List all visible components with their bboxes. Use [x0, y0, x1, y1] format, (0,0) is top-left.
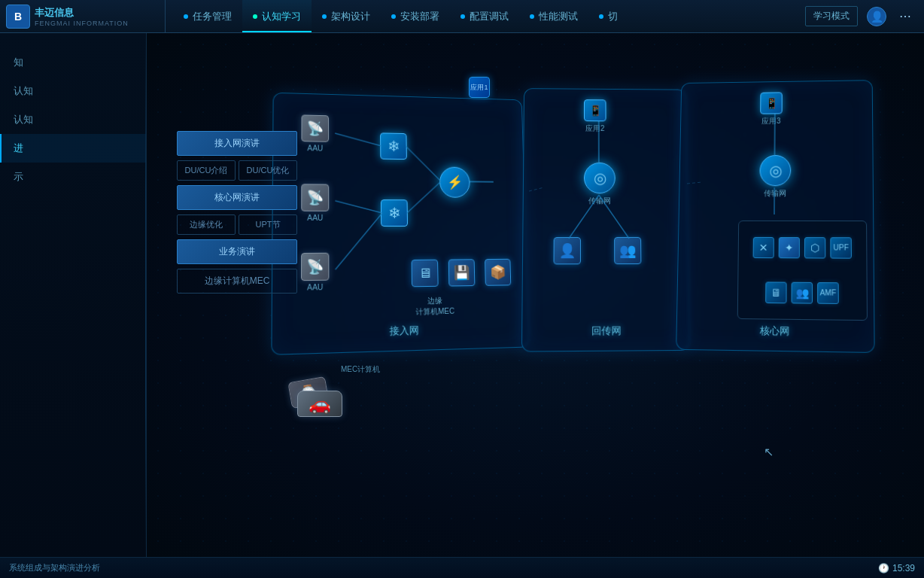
mec3-node: 📦	[485, 259, 511, 286]
cu-icon: ⚡	[439, 167, 470, 198]
app2-icon: 📱	[584, 99, 606, 121]
biz-lecture-btn[interactable]: 业务演讲	[177, 239, 297, 264]
aau1-icon: 📡	[301, 114, 329, 141]
device-car: ⌚ 🚗	[282, 379, 350, 417]
svg-line-4	[406, 181, 442, 214]
ue2-node: 👥	[614, 237, 641, 264]
user-avatar[interactable]: 👤	[867, 7, 886, 26]
du2-icon: ❄	[381, 199, 408, 227]
du1-node: ❄	[380, 132, 407, 160]
settings-icon[interactable]: ⋯	[895, 7, 915, 26]
core-func-1: ✕	[753, 236, 774, 257]
ducku-opt-btn[interactable]: DU/CU优化	[239, 160, 297, 181]
sidebar-item-renzhi2[interactable]: 认知	[0, 105, 146, 134]
nav-dot-cut	[599, 14, 603, 19]
aau1-node: 📡 AAU	[301, 114, 329, 152]
mec1-node: 🖥	[412, 260, 439, 287]
top-navigation: B 丰迈信息 FENGMAI INFORMATION 任务管理 认知学习 架构设…	[0, 0, 924, 33]
sidebar-item-shi[interactable]: 示	[0, 163, 146, 191]
app3-node: 📱 应用3	[760, 92, 783, 126]
status-right: 🕐 15:39	[878, 563, 915, 573]
core-func-7: AMF	[817, 281, 839, 303]
mec-device-area: MEC计算机	[341, 364, 380, 375]
network-diagram: 📡 AAU 📡 AAU 📡 AAU ❄ ❄ ⚡	[267, 71, 907, 462]
main-content: 接入网演讲 DU/CU介绍 DU/CU优化 核心网演讲 边缘优化 UPT节 业务…	[147, 33, 924, 557]
nav-dot-learn	[253, 14, 257, 19]
svg-line-1	[335, 201, 382, 213]
upt-btn[interactable]: UPT节	[239, 214, 297, 235]
sidebar-item-jin[interactable]: 进	[0, 134, 146, 163]
nav-install[interactable]: 安装部署	[381, 0, 450, 32]
core-func-4: UPF	[830, 237, 852, 258]
mec-btn[interactable]: 边缘计算机MEC	[177, 269, 297, 294]
status-bar: 系统组成与架构演进分析 🕐 15:39	[0, 557, 924, 578]
access-network-panel: 📡 AAU 📡 AAU 📡 AAU ❄ ❄ ⚡	[271, 93, 529, 355]
nav-dot-task	[184, 14, 188, 19]
sidebar-item-zhi[interactable]: 知	[0, 48, 146, 77]
nav-cut[interactable]: 切	[588, 0, 628, 32]
edge-row: 边缘优化 UPT节	[177, 214, 297, 235]
aau2-node: 📡 AAU	[301, 184, 329, 222]
company-name-en: FENGMAI INFORMATION	[35, 20, 129, 27]
sidebar-item-renzhi1[interactable]: 认知	[0, 77, 146, 105]
menu-panel: 接入网演讲 DU/CU介绍 DU/CU优化 核心网演讲 边缘优化 UPT节 业务…	[177, 131, 297, 298]
app2-node: 📱 应用2	[584, 99, 606, 134]
ducku-intro-btn[interactable]: DU/CU介绍	[177, 160, 236, 181]
logo-area: B 丰迈信息 FENGMAI INFORMATION	[0, 0, 166, 32]
access-panel-label: 接入网	[389, 324, 418, 339]
ducu-row: DU/CU介绍 DU/CU优化	[177, 160, 297, 181]
svg-line-0	[335, 133, 381, 146]
status-text: 系统组成与架构演进分析	[9, 562, 100, 573]
transport2-icon: ◎	[584, 163, 615, 193]
backhaul-network-panel: 📱 应用2 ◎ 传输网 👤 👥 回传网	[521, 88, 690, 351]
nav-arch[interactable]: 架构设计	[312, 0, 381, 32]
nav-dot-arch	[322, 14, 327, 19]
time-value: 15:39	[892, 563, 915, 573]
transport3-icon: ◎	[759, 155, 791, 187]
app3-icon: 📱	[760, 92, 783, 114]
nav-right: 学习模式 👤 ⋯	[805, 6, 924, 26]
nav-perf[interactable]: 性能测试	[519, 0, 588, 32]
mec-area-label: 边缘计算机MEC	[415, 296, 454, 318]
time-display: 🕐 15:39	[878, 563, 915, 573]
app1-badge: 应用1	[469, 77, 490, 98]
access-lecture-btn[interactable]: 接入网演讲	[177, 131, 297, 156]
du1-icon: ❄	[380, 132, 407, 160]
nav-items: 任务管理 认知学习 架构设计 安装部署 配置调试 性能测试 切	[166, 0, 805, 32]
company-name: 丰迈信息	[35, 6, 129, 20]
aau3-node: 📡 AAU	[301, 253, 329, 292]
core-panel-label: 核心网	[759, 324, 789, 339]
nav-learn[interactable]: 认知学习	[242, 0, 312, 32]
nav-dot-perf	[530, 14, 534, 19]
logo-icon: B	[6, 5, 30, 29]
core-func-5: 🖥	[765, 281, 786, 303]
ue2-icon: 👥	[614, 237, 641, 264]
core-functions-section: ✕ ✦ ⬡ UPF 🖥 👥 AMF	[737, 221, 868, 321]
svg-line-3	[406, 147, 441, 181]
sidebar-section: 知 认知 认知 进 示	[0, 48, 146, 191]
sidebar: 知 认知 认知 进 示	[0, 33, 147, 557]
backhaul-panel-label: 回传网	[591, 324, 622, 339]
car-icon: 🚗	[297, 391, 342, 417]
mec3-icon: 📦	[485, 259, 511, 286]
nav-dot-install	[391, 14, 396, 19]
edge-opt-btn[interactable]: 边缘优化	[177, 214, 236, 235]
du2-node: ❄	[381, 199, 408, 227]
mec2-node: 💾	[448, 259, 476, 286]
core-func-3: ⬡	[804, 237, 825, 258]
nav-task[interactable]: 任务管理	[173, 0, 242, 32]
clock-icon: 🕐	[878, 563, 889, 573]
logo-text: 丰迈信息 FENGMAI INFORMATION	[35, 6, 129, 27]
transport2-node: ◎ 传输网	[584, 163, 615, 206]
mode-button[interactable]: 学习模式	[805, 6, 858, 26]
transport3-node: ◎ 传输网	[759, 155, 791, 199]
svg-line-2	[335, 213, 382, 269]
aau2-icon: 📡	[301, 184, 329, 211]
ue1-icon: 👤	[554, 237, 581, 264]
nav-dot-config	[460, 14, 465, 19]
mec-device-label: MEC计算机	[341, 364, 380, 375]
cu-node: ⚡	[439, 167, 470, 198]
core-lecture-btn[interactable]: 核心网演讲	[177, 185, 297, 210]
mec1-icon: 🖥	[412, 260, 439, 287]
nav-config[interactable]: 配置调试	[450, 0, 519, 32]
